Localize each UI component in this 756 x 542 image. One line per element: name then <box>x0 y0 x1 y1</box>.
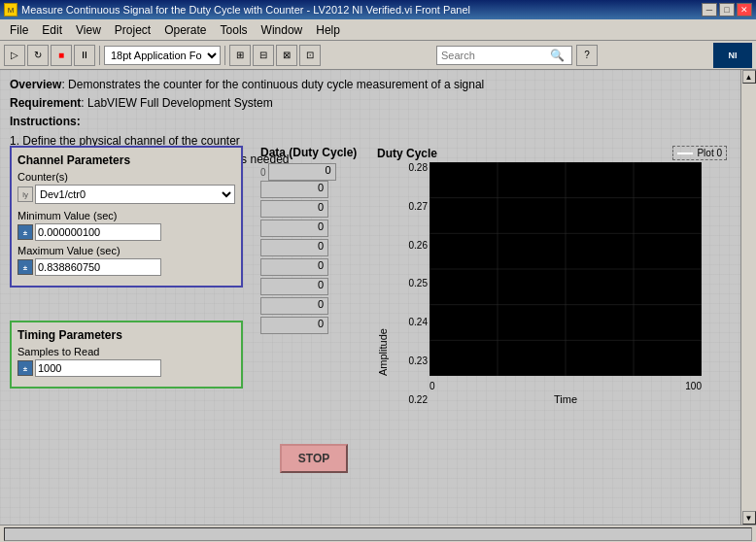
data-cell-4: 0 <box>260 239 328 256</box>
data-arrow: 0 <box>260 167 266 178</box>
menu-tools[interactable]: Tools <box>215 21 254 39</box>
x-axis-ticks: 0 100 <box>430 379 702 391</box>
search-input[interactable] <box>441 50 548 61</box>
samples-icon: ± <box>17 360 33 376</box>
ni-logo: NI <box>713 43 752 68</box>
stop-button[interactable]: STOP <box>280 444 348 473</box>
requirement-line: Requirement: LabVIEW Full Development Sy… <box>10 94 737 113</box>
data-column: Data (Duty Cycle) 0 0 0 0 0 0 0 0 0 0 <box>260 146 367 334</box>
min-value-icon: ± <box>17 224 33 240</box>
chart-canvas-container: 0 100 Time <box>430 162 702 405</box>
chart-title: Duty Cycle <box>377 147 437 160</box>
menu-file[interactable]: File <box>4 21 34 39</box>
plot-legend: Plot 0 <box>672 146 727 160</box>
chart-body: 0.28 0.27 0.26 0.25 0.24 0.23 0.22 0 100 <box>393 162 702 405</box>
overview-text: : Demonstrates the counter for the conti… <box>61 78 484 91</box>
data-cell-3: 0 <box>260 220 328 237</box>
data-cell-1: 0 <box>260 181 328 198</box>
y-tick-3: 0.25 <box>393 278 428 288</box>
y-tick-5: 0.23 <box>393 356 428 366</box>
x-axis-label: Time <box>430 393 702 405</box>
horizontal-scrollbar[interactable] <box>4 527 752 541</box>
requirement-label: Requirement <box>10 96 81 110</box>
y-tick-0: 0.28 <box>393 162 428 173</box>
plot-line-icon <box>677 152 693 154</box>
chart-with-yaxis: Amplitude 0.28 0.27 0.26 0.25 0.24 0.23 … <box>377 162 727 405</box>
y-axis-container: Amplitude <box>377 162 391 376</box>
samples-label: Samples to Read <box>17 346 235 357</box>
window-controls: ─ □ ✕ <box>702 3 752 17</box>
data-cell-8: 0 <box>260 317 328 334</box>
y-tick-6: 0.22 <box>393 394 428 405</box>
sep1 <box>99 46 100 65</box>
data-cell-5: 0 <box>260 258 328 276</box>
menu-operate[interactable]: Operate <box>158 21 212 39</box>
counter-select-icon: Iy <box>17 186 33 202</box>
min-value-wrap: ± <box>17 223 235 241</box>
scroll-up-button[interactable]: ▲ <box>742 70 756 84</box>
min-value-input[interactable] <box>35 223 161 241</box>
close-button[interactable]: ✕ <box>737 3 752 17</box>
channel-params-title: Channel Parameters <box>17 153 235 167</box>
run-button[interactable]: ▷ <box>4 45 25 66</box>
app-icon: M <box>4 3 17 17</box>
max-value-input[interactable] <box>35 258 161 276</box>
title-bar: M Measure Continuous Signal for the Duty… <box>0 0 756 19</box>
counter-field-wrap: Iy Dev1/ctr0 <box>17 185 235 204</box>
data-cell-7: 0 <box>260 297 328 315</box>
resize-button[interactable]: ⊠ <box>276 45 297 66</box>
samples-input[interactable] <box>35 359 161 377</box>
menu-window[interactable]: Window <box>256 21 309 39</box>
run-cont-button[interactable]: ↻ <box>27 45 49 66</box>
menu-project[interactable]: Project <box>109 21 156 39</box>
duty-cycle-section: Duty Cycle Plot 0 Amplitude 0.28 0.27 0.… <box>377 146 727 405</box>
data-cell-0: 0 <box>268 163 336 181</box>
requirement-text: : LabVIEW Full Development System <box>81 96 272 110</box>
window-title: Measure Continuous Signal for the Duty C… <box>21 4 698 16</box>
chart-canvas[interactable] <box>430 162 702 376</box>
max-value-wrap: ± <box>17 258 235 276</box>
x-tick-1: 100 <box>685 381 702 391</box>
menu-bar: File Edit View Project Operate Tools Win… <box>0 19 756 41</box>
timing-params-box: Timing Parameters Samples to Read ± <box>10 321 243 389</box>
align-button[interactable]: ⊞ <box>229 45 251 66</box>
max-value-icon: ± <box>17 259 33 275</box>
y-axis-ticks: 0.28 0.27 0.26 0.25 0.24 0.23 0.22 <box>393 162 430 405</box>
font-selector[interactable]: 18pt Application Font <box>104 46 221 65</box>
search-icon[interactable]: 🔍 <box>550 49 565 62</box>
overview-line: Overview: Demonstrates the counter for t… <box>10 76 737 94</box>
search-box: 🔍 <box>436 46 572 65</box>
min-value-label: Minimum Value (sec) <box>17 210 235 221</box>
menu-edit[interactable]: Edit <box>36 21 68 39</box>
distribute-button[interactable]: ⊟ <box>253 45 274 66</box>
maximize-button[interactable]: □ <box>719 3 735 17</box>
help-button[interactable]: ? <box>576 45 598 66</box>
channel-params-box: Channel Parameters Counter(s) Iy Dev1/ct… <box>10 146 243 288</box>
scroll-down-button[interactable]: ▼ <box>742 511 756 525</box>
minimize-button[interactable]: ─ <box>702 3 717 17</box>
timing-params-title: Timing Parameters <box>17 328 235 342</box>
abort-button[interactable]: ■ <box>51 45 72 66</box>
counter-label: Counter(s) <box>17 171 235 183</box>
plot-label-text: Plot 0 <box>697 148 722 158</box>
data-cell-6: 0 <box>260 278 328 295</box>
x-tick-0: 0 <box>430 381 435 391</box>
counter-select[interactable]: Dev1/ctr0 <box>35 185 235 204</box>
menu-help[interactable]: Help <box>310 21 346 39</box>
vertical-scrollbar[interactable]: ▲ ▼ <box>740 70 756 525</box>
y-axis-label: Amplitude <box>377 162 389 376</box>
max-value-label: Maximum Value (sec) <box>17 245 235 256</box>
sep2 <box>224 46 225 65</box>
reorder-button[interactable]: ⊡ <box>299 45 321 66</box>
y-tick-1: 0.27 <box>393 201 428 212</box>
instructions-label: Instructions: <box>10 113 737 131</box>
pause-button[interactable]: ⏸ <box>74 45 95 66</box>
chart-header: Duty Cycle Plot 0 <box>377 146 727 160</box>
data-title: Data (Duty Cycle) <box>260 146 367 159</box>
main-content: Overview: Demonstrates the counter for t… <box>0 70 756 525</box>
menu-view[interactable]: View <box>70 21 107 39</box>
status-bar <box>0 525 756 542</box>
samples-wrap: ± <box>17 359 235 377</box>
y-tick-4: 0.24 <box>393 317 428 327</box>
data-cell-2: 0 <box>260 200 328 218</box>
